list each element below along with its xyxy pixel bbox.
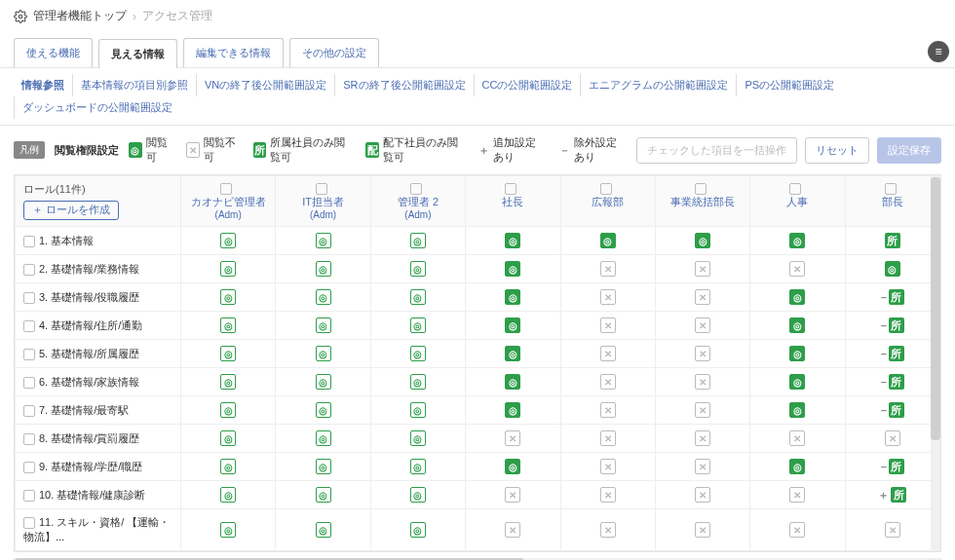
deny-icon[interactable]: [695, 487, 710, 503]
subtab-1[interactable]: 基本情報の項目別参照: [72, 74, 196, 96]
allow-filled-icon[interactable]: [505, 261, 520, 277]
allow-outline-icon[interactable]: [410, 289, 426, 305]
allow-outline-icon[interactable]: [316, 487, 331, 503]
tab-0[interactable]: 使える機能: [14, 38, 93, 67]
permission-cell[interactable]: [560, 340, 655, 368]
subtab-5[interactable]: エニアグラムの公開範囲設定: [580, 74, 736, 96]
permission-cell[interactable]: –所: [845, 396, 939, 425]
permission-cell[interactable]: [370, 509, 465, 551]
column-checkbox[interactable]: [316, 183, 327, 195]
deny-icon[interactable]: [600, 374, 616, 390]
permission-cell[interactable]: [181, 312, 276, 340]
permission-cell[interactable]: [370, 453, 465, 481]
permission-cell[interactable]: [750, 312, 845, 340]
allow-outline-icon[interactable]: [220, 459, 236, 474]
row-label[interactable]: 10. 基礎情報/健康診断: [16, 481, 181, 509]
deny-icon[interactable]: [505, 487, 520, 503]
permission-cell[interactable]: [370, 283, 465, 312]
allow-outline-icon[interactable]: [410, 487, 426, 503]
deny-icon[interactable]: [600, 402, 616, 418]
deny-icon[interactable]: [695, 289, 710, 305]
permission-cell[interactable]: [466, 227, 560, 255]
allow-outline-icon[interactable]: [316, 430, 331, 446]
permission-cell[interactable]: [845, 255, 939, 283]
subtab-7[interactable]: ダッシュボードの公開範囲設定: [14, 96, 180, 119]
permission-cell[interactable]: [845, 509, 939, 551]
column-header-5[interactable]: 事業統括部長: [655, 176, 749, 227]
permission-cell[interactable]: [466, 396, 560, 425]
permission-cell[interactable]: [750, 227, 845, 255]
permission-cell[interactable]: [370, 255, 465, 283]
column-checkbox[interactable]: [695, 183, 707, 195]
row-label[interactable]: 4. 基礎情報/住所/通勤: [16, 312, 181, 340]
allow-filled-icon[interactable]: [505, 346, 520, 361]
allow-outline-icon[interactable]: [220, 402, 236, 418]
permission-cell[interactable]: [181, 340, 276, 368]
allow-filled-icon[interactable]: [789, 374, 805, 390]
subtab-6[interactable]: PSの公開範囲設定: [736, 74, 842, 96]
deny-icon[interactable]: [695, 522, 710, 538]
allow-outline-icon[interactable]: [220, 487, 236, 503]
allow-filled-icon[interactable]: [505, 317, 520, 333]
permission-cell[interactable]: [750, 425, 845, 453]
allow-filled-icon[interactable]: [885, 261, 900, 277]
permission-cell[interactable]: [560, 425, 655, 453]
deny-icon[interactable]: [695, 261, 710, 277]
allow-outline-icon[interactable]: [410, 459, 426, 474]
deny-icon[interactable]: [695, 346, 710, 361]
permission-cell[interactable]: [181, 396, 276, 425]
column-checkbox[interactable]: [410, 183, 422, 195]
deny-icon[interactable]: [600, 459, 616, 474]
deny-icon[interactable]: [600, 261, 616, 277]
permission-cell[interactable]: [750, 340, 845, 368]
permission-cell[interactable]: [466, 425, 560, 453]
row-checkbox[interactable]: [23, 433, 35, 445]
permission-cell[interactable]: –所: [845, 453, 939, 481]
row-label[interactable]: 6. 基礎情報/家族情報: [16, 368, 181, 396]
permission-cell[interactable]: [181, 227, 276, 255]
allow-filled-icon[interactable]: [789, 317, 805, 333]
permission-cell[interactable]: [560, 312, 655, 340]
allow-outline-icon[interactable]: [220, 289, 236, 305]
permission-cell[interactable]: [181, 255, 276, 283]
allow-outline-icon[interactable]: [220, 317, 236, 333]
dept-icon[interactable]: 所: [889, 346, 904, 361]
deny-icon[interactable]: [885, 430, 900, 446]
column-header-4[interactable]: 広報部: [560, 176, 655, 227]
column-checkbox[interactable]: [600, 183, 612, 195]
allow-filled-icon[interactable]: [789, 346, 805, 361]
permission-cell[interactable]: [655, 453, 749, 481]
deny-icon[interactable]: [789, 487, 805, 503]
permission-cell[interactable]: [466, 453, 560, 481]
dept-icon[interactable]: 所: [889, 402, 904, 418]
allow-filled-icon[interactable]: [695, 233, 710, 248]
column-header-0[interactable]: カオナビ管理者(Adm): [181, 176, 276, 227]
permission-cell[interactable]: [466, 312, 560, 340]
permission-cell[interactable]: [750, 509, 845, 551]
permission-cell[interactable]: [560, 227, 655, 255]
allow-outline-icon[interactable]: [316, 289, 331, 305]
row-label[interactable]: 1. 基本情報: [16, 227, 181, 255]
permission-cell[interactable]: [370, 425, 465, 453]
allow-filled-icon[interactable]: [505, 374, 520, 390]
permission-cell[interactable]: [276, 227, 370, 255]
permission-cell[interactable]: [276, 283, 370, 312]
deny-icon[interactable]: [600, 289, 616, 305]
bulk-action-button[interactable]: チェックした項目を一括操作: [636, 137, 797, 164]
row-label[interactable]: 2. 基礎情報/業務情報: [16, 255, 181, 283]
allow-filled-icon[interactable]: [789, 289, 805, 305]
permission-cell[interactable]: [655, 368, 749, 396]
allow-outline-icon[interactable]: [316, 346, 331, 361]
permission-cell[interactable]: [750, 453, 845, 481]
permission-cell[interactable]: [655, 340, 749, 368]
allow-outline-icon[interactable]: [410, 522, 426, 538]
permission-cell[interactable]: [370, 368, 465, 396]
vertical-scrollbar[interactable]: [931, 175, 940, 551]
allow-outline-icon[interactable]: [410, 233, 426, 248]
permission-cell[interactable]: [276, 509, 370, 551]
deny-icon[interactable]: [789, 430, 805, 446]
allow-outline-icon[interactable]: [316, 459, 331, 474]
permission-cell[interactable]: [370, 312, 465, 340]
row-label[interactable]: 7. 基礎情報/最寄駅: [16, 396, 181, 425]
permission-cell[interactable]: [560, 368, 655, 396]
